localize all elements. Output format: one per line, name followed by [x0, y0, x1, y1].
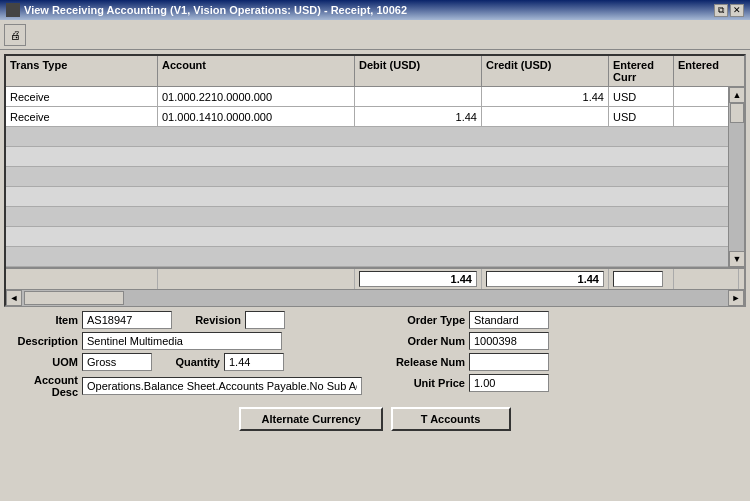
- totals-debit: 1.44: [355, 269, 482, 289]
- bottom-buttons: Alternate Currency T Accounts: [8, 403, 742, 435]
- t-accounts-button[interactable]: T Accounts: [391, 407, 511, 431]
- revision-label: Revision: [186, 314, 241, 326]
- totals-row: 1.44 1.44: [6, 267, 744, 289]
- toolbar: 🖨: [0, 20, 750, 50]
- release-num-input[interactable]: [469, 353, 549, 371]
- close-button[interactable]: ✕: [730, 4, 744, 17]
- table-row: [6, 247, 744, 267]
- alternate-currency-button[interactable]: Alternate Currency: [239, 407, 382, 431]
- col-header-debit: Debit (USD): [355, 56, 482, 86]
- cell-debit-1: [355, 87, 482, 106]
- unit-price-row: Unit Price: [390, 374, 742, 392]
- order-type-input[interactable]: [469, 311, 549, 329]
- account-desc-input[interactable]: [82, 377, 362, 395]
- cell-trans-type-2: Receive: [6, 107, 158, 126]
- unit-price-label: Unit Price: [390, 377, 465, 389]
- form-two-col: Item Revision Description UOM Quantity: [8, 311, 742, 401]
- table-row: [6, 227, 744, 247]
- scroll-down-button[interactable]: ▼: [729, 251, 745, 267]
- app-icon: [6, 3, 20, 17]
- horizontal-scrollbar[interactable]: ◄ ►: [6, 289, 744, 305]
- cell-account-1: 01.000.2210.0000.000: [158, 87, 355, 106]
- table-row[interactable]: Receive 01.000.2210.0000.000 1.44 USD: [6, 87, 744, 107]
- cell-credit-1: 1.44: [482, 87, 609, 106]
- table-row[interactable]: Receive 01.000.1410.0000.000 1.44 USD: [6, 107, 744, 127]
- cell-debit-2: 1.44: [355, 107, 482, 126]
- cell-credit-2: [482, 107, 609, 126]
- table-row: [6, 127, 744, 147]
- title-bar-left: View Receiving Accounting (V1, Vision Op…: [6, 3, 407, 17]
- uom-row: UOM Quantity: [8, 353, 362, 371]
- scroll-right-button[interactable]: ►: [728, 290, 744, 306]
- description-input[interactable]: [82, 332, 282, 350]
- unit-price-input[interactable]: [469, 374, 549, 392]
- order-type-label: Order Type: [390, 314, 465, 326]
- col-header-trans-type: Trans Type: [6, 56, 158, 86]
- totals-currency-box: [613, 271, 663, 287]
- table-header: Trans Type Account Debit (USD) Credit (U…: [6, 56, 744, 87]
- print-icon: 🖨: [10, 29, 21, 41]
- totals-debit-value: 1.44: [359, 271, 477, 287]
- data-table: Trans Type Account Debit (USD) Credit (U…: [4, 54, 746, 307]
- table-row: [6, 207, 744, 227]
- col-header-credit: Credit (USD): [482, 56, 609, 86]
- release-num-label: Release Num: [390, 356, 465, 368]
- main-content: Trans Type Account Debit (USD) Credit (U…: [0, 50, 750, 443]
- quantity-input[interactable]: [224, 353, 284, 371]
- totals-extra: [674, 269, 739, 289]
- table-row: [6, 167, 744, 187]
- description-label: Description: [8, 335, 78, 347]
- cell-trans-type-1: Receive: [6, 87, 158, 106]
- release-num-row: Release Num: [390, 353, 742, 371]
- account-desc-label: Account Desc: [8, 374, 78, 398]
- vertical-scrollbar[interactable]: ▲ ▼: [728, 87, 744, 267]
- cell-account-2: 01.000.1410.0000.000: [158, 107, 355, 126]
- col-header-entered-curr: Entered Curr: [609, 56, 674, 86]
- cell-entered-curr-1: USD: [609, 87, 674, 106]
- order-type-row: Order Type: [390, 311, 742, 329]
- account-desc-row: Account Desc: [8, 374, 362, 398]
- print-button[interactable]: 🖨: [4, 24, 26, 46]
- table-body: ▲ ▼ Receive 01.000.2210.0000.000 1.44 US…: [6, 87, 744, 267]
- item-row: Item Revision: [8, 311, 362, 329]
- col-header-entered: Entered: [674, 56, 739, 86]
- scroll-left-button[interactable]: ◄: [6, 290, 22, 306]
- cell-entered-curr-2: USD: [609, 107, 674, 126]
- form-col-left: Item Revision Description UOM Quantity: [8, 311, 362, 401]
- totals-currency: [609, 269, 674, 289]
- totals-credit-value: 1.44: [486, 271, 604, 287]
- order-num-row: Order Num: [390, 332, 742, 350]
- table-row: [6, 187, 744, 207]
- uom-label: UOM: [8, 356, 78, 368]
- scroll-up-button[interactable]: ▲: [729, 87, 745, 103]
- quantity-label: Quantity: [160, 356, 220, 368]
- uom-input[interactable]: [82, 353, 152, 371]
- scroll-thumb[interactable]: [730, 103, 744, 123]
- title-bar: View Receiving Accounting (V1, Vision Op…: [0, 0, 750, 20]
- restore-button[interactable]: ⧉: [714, 4, 728, 17]
- form-area: Item Revision Description UOM Quantity: [4, 307, 746, 439]
- col-header-account: Account: [158, 56, 355, 86]
- table-row: [6, 147, 744, 167]
- h-scroll-thumb[interactable]: [24, 291, 124, 305]
- totals-label-1: [6, 269, 158, 289]
- description-row: Description: [8, 332, 362, 350]
- totals-label-2: [158, 269, 355, 289]
- h-scroll-track: [22, 290, 728, 306]
- revision-input[interactable]: [245, 311, 285, 329]
- item-input[interactable]: [82, 311, 172, 329]
- scroll-track: [729, 103, 744, 251]
- totals-credit: 1.44: [482, 269, 609, 289]
- order-num-input[interactable]: [469, 332, 549, 350]
- form-col-right: Order Type Order Num Release Num Unit Pr…: [370, 311, 742, 401]
- item-label: Item: [8, 314, 78, 326]
- window-title: View Receiving Accounting (V1, Vision Op…: [24, 4, 407, 16]
- title-bar-controls: ⧉ ✕: [714, 4, 744, 17]
- order-num-label: Order Num: [390, 335, 465, 347]
